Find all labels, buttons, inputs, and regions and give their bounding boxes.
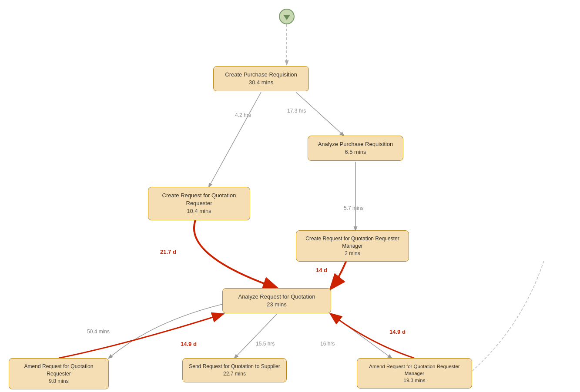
node-send-rfq-title: Send Request for Quotation to Supplier — [189, 363, 280, 370]
node-create-pr: Create Purchase Requisition 30.4 mins — [213, 66, 309, 91]
svg-line-1 — [209, 92, 261, 187]
node-analyze-rfq-time: 23 mins — [229, 301, 325, 309]
node-analyze-rfq-title: Analyze Request for Quotation — [229, 293, 325, 301]
node-create-rfq-mgr-title: Create Request for Quotation Requester M… — [302, 235, 402, 250]
edge-label-149d-left: 14.9 d — [181, 341, 197, 347]
edge-label-57mins: 5.7 mins — [344, 205, 363, 211]
edge-label-504mins: 50.4 mins — [87, 329, 110, 335]
node-create-rfq-mgr: Create Request for Quotation Requester M… — [296, 230, 409, 262]
edge-label-217d: 21.7 d — [160, 249, 176, 255]
node-amend-mgr: Amend Request for Quotation Requester Ma… — [357, 358, 472, 389]
edge-label-149d-right: 14.9 d — [389, 329, 406, 335]
node-create-rfq-req-title: Create Request for Quotation Requester — [154, 192, 244, 207]
edge-label-14d: 14 d — [316, 267, 327, 273]
node-analyze-pr-time: 6.5 mins — [314, 148, 397, 156]
node-analyze-pr-title: Analyze Purchase Requisition — [314, 140, 397, 148]
node-create-pr-time: 30.4 mins — [220, 79, 302, 86]
node-amend-mgr-title: Amend Request for Quotation Requester Ma… — [363, 363, 466, 377]
start-icon — [283, 15, 290, 20]
svg-line-4 — [235, 314, 277, 358]
svg-line-5 — [331, 314, 392, 358]
node-create-pr-title: Create Purchase Requisition — [220, 71, 302, 79]
diagram-container: Create Purchase Requisition 30.4 mins An… — [0, 0, 580, 392]
node-amend-req-time: 9.8 mins — [15, 378, 102, 385]
node-create-rfq-req-time: 10.4 mins — [154, 207, 244, 215]
node-send-rfq-time: 22.7 mins — [189, 370, 280, 378]
node-amend-req: Amend Request for Quotation Requester 9.… — [9, 358, 109, 389]
start-node — [279, 9, 295, 24]
node-send-rfq: Send Request for Quotation to Supplier 2… — [182, 358, 287, 382]
node-create-rfq-req: Create Request for Quotation Requester 1… — [148, 187, 250, 220]
edge-label-173hrs: 17.3 hrs — [287, 108, 306, 114]
edge-label-16hrs: 16 hrs — [320, 341, 335, 347]
node-create-rfq-mgr-time: 2 mins — [302, 250, 402, 257]
node-analyze-rfq: Analyze Request for Quotation 23 mins — [222, 288, 331, 313]
node-amend-mgr-time: 19.3 mins — [363, 377, 466, 384]
edge-label-155hrs: 15.5 hrs — [256, 341, 275, 347]
node-amend-req-title: Amend Request for Quotation Requester — [15, 363, 102, 378]
svg-line-2 — [296, 92, 344, 136]
edge-label-42hrs: 4.2 hrs — [235, 112, 251, 118]
node-analyze-pr: Analyze Purchase Requisition 6.5 mins — [308, 136, 403, 161]
